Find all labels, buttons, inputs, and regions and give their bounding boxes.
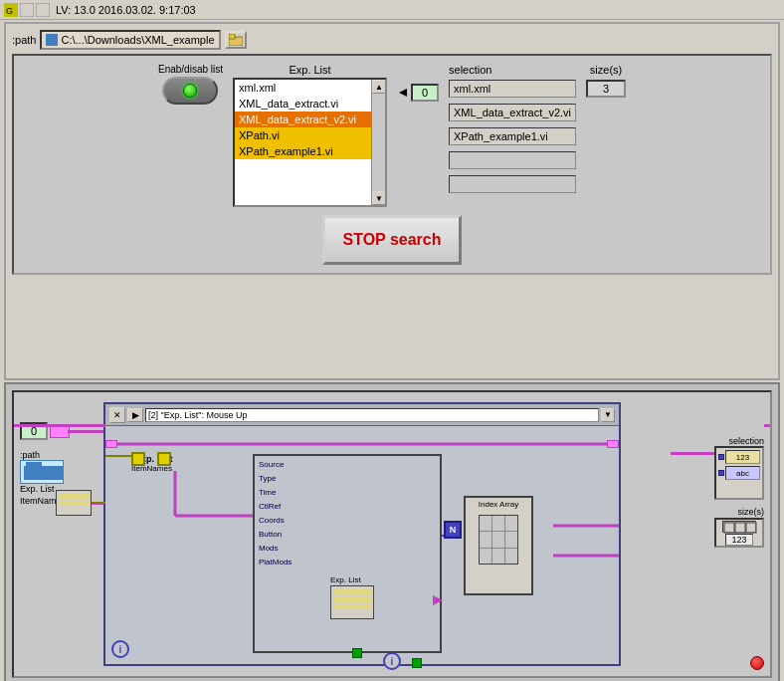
inner-exp-list-inner-label: Exp. List xyxy=(330,575,361,584)
exp-list-title: Exp. List xyxy=(285,64,334,76)
wire-index-h xyxy=(68,430,103,433)
scroll-up-btn[interactable]: ▲ xyxy=(372,80,386,94)
enab-disab-button[interactable] xyxy=(162,77,218,105)
size-inner-grid xyxy=(722,521,756,533)
list-item[interactable]: XML_data_extract_v2.vi xyxy=(235,112,385,127)
bottom-green-node xyxy=(412,658,422,668)
app-icon: G xyxy=(4,3,18,17)
path-icon-sm xyxy=(24,462,64,480)
enab-label: Enab/disab list xyxy=(158,64,223,75)
inner-diagram-area: Exp. List ItemNames Source Type Time Ctl… xyxy=(105,426,619,664)
index-input[interactable]: 0 xyxy=(411,84,439,102)
pink-arrow-right xyxy=(433,595,443,605)
inner-exp-list-box xyxy=(330,585,374,619)
svg-rect-4 xyxy=(46,34,58,46)
selection-item: XML_data_extract_v2.vi xyxy=(449,104,576,121)
enab-section: Enab/disab list xyxy=(158,64,223,105)
bottom-diagram-panel: 0 :path Exp. List ItemNames xyxy=(4,382,780,681)
size-value: 3 xyxy=(586,80,626,98)
list-item[interactable]: XPath_example1.vi xyxy=(235,143,385,159)
outer-size-label: size(s) xyxy=(738,507,765,517)
selection-empty xyxy=(449,151,576,169)
list-arrow-section: 0 xyxy=(397,84,439,102)
list-item[interactable]: XPath.vi xyxy=(235,127,385,143)
svg-rect-18 xyxy=(724,523,734,533)
wire-bus-right xyxy=(607,440,619,448)
title-bar: G LV: 13.0 2016.03.02. 9:17:03 xyxy=(0,0,784,20)
outer-selection-label: selection xyxy=(728,436,764,446)
svg-rect-6 xyxy=(229,34,235,39)
outer-pink-wire-right2 xyxy=(671,452,714,455)
size-num: 123 xyxy=(725,534,753,546)
selection-label: selection xyxy=(449,64,576,76)
lv-icon1 xyxy=(20,3,34,17)
path-label: :path xyxy=(12,34,36,46)
main-panel: :path C:\...\Downloads\XML_example Enab/… xyxy=(4,22,780,380)
index-array-label: Index Array xyxy=(466,498,531,511)
outer-exp-list-label: Exp. List xyxy=(20,484,55,494)
svg-marker-7 xyxy=(399,89,407,97)
inner-dropdown-btn[interactable]: ▼ xyxy=(601,408,615,422)
outer-olive-wire xyxy=(92,502,105,504)
size-label: size(s) xyxy=(590,64,622,76)
title-bar-icons: G xyxy=(4,3,50,17)
size-grid-icon xyxy=(723,522,757,534)
bottom-info-icon: i xyxy=(383,652,401,670)
folder-icon xyxy=(229,34,243,46)
stop-btn-label: STOP search xyxy=(342,231,441,249)
svg-rect-20 xyxy=(746,523,756,533)
outer-path-box xyxy=(20,460,64,484)
ctlref-label: CtlRef xyxy=(259,502,281,511)
inner-info-icon: i xyxy=(111,640,129,658)
outer-pink-wire-top xyxy=(14,424,105,427)
inner-toolbar: ✕ ▶ [2] "Exp. List": Mouse Up ▼ xyxy=(105,404,619,426)
top-ui-panel: Enab/disab list Exp. List xml.xml XML_da… xyxy=(12,54,772,275)
outer-size-box: 123 xyxy=(714,518,764,548)
n-node: N xyxy=(444,521,462,539)
wire-bus-left xyxy=(105,440,117,448)
index-array-box: Index Array xyxy=(464,496,533,595)
outer-selection-box: 123 abc xyxy=(714,446,764,500)
type-label: Type xyxy=(259,474,276,483)
list-item[interactable]: xml.xml xyxy=(235,80,385,96)
path-icon xyxy=(46,34,58,46)
sel-abc-box: abc xyxy=(725,466,760,480)
lv-icon2 xyxy=(36,3,50,17)
exp-list-node-yellow2 xyxy=(157,452,171,466)
inner-step-btn[interactable]: ▶ xyxy=(127,408,143,422)
svg-rect-2 xyxy=(20,3,34,17)
outer-path-label: :path xyxy=(20,450,40,460)
selection-empty xyxy=(449,175,576,193)
sel-blue-icon xyxy=(718,454,724,460)
outer-exp-list-icon xyxy=(56,490,92,516)
inner-green-node xyxy=(352,648,362,658)
led-indicator xyxy=(183,84,197,98)
list-item[interactable]: XML_data_extract.vi xyxy=(235,96,385,112)
svg-text:G: G xyxy=(6,6,13,16)
inner-diagram-panel: ✕ ▶ [2] "Exp. List": Mouse Up ▼ xyxy=(103,402,621,666)
inner-close-btn[interactable]: ✕ xyxy=(109,407,125,423)
platmods-label: PlatMods xyxy=(259,558,292,567)
exp-list-box: Exp. List xml.xml XML_data_extract.vi XM… xyxy=(233,64,387,207)
stop-indicator xyxy=(750,656,764,670)
stop-search-button[interactable]: STOP search xyxy=(322,215,462,265)
outer-pink-wire-right1 xyxy=(764,424,770,427)
svg-rect-9 xyxy=(26,462,42,470)
button-label: Button xyxy=(259,530,282,539)
path-browse-button[interactable] xyxy=(225,31,247,49)
sel-num-box: 123 xyxy=(725,450,760,464)
diagram-canvas: 0 :path Exp. List ItemNames xyxy=(12,390,772,678)
exp-list-container: Enab/disab list Exp. List xml.xml XML_da… xyxy=(22,64,762,207)
svg-rect-3 xyxy=(36,3,50,17)
event-structure: Source Type Time CtlRef Coords Button Mo… xyxy=(253,454,442,653)
exp-list-listbox[interactable]: xml.xml XML_data_extract.vi XML_data_ext… xyxy=(233,78,387,207)
sel-blue-icon2 xyxy=(718,470,724,476)
source-label: Source xyxy=(259,460,284,469)
path-section: :path C:\...\Downloads\XML_example xyxy=(12,30,772,50)
size-panel: size(s) 3 xyxy=(586,64,626,98)
mods-label: Mods xyxy=(259,544,279,553)
scroll-down-btn[interactable]: ▼ xyxy=(372,191,386,205)
left-arrow-icon xyxy=(397,87,409,99)
inner-title-display: [2] "Exp. List": Mouse Up xyxy=(145,408,599,422)
selection-panel: selection xml.xml XML_data_extract_v2.vi… xyxy=(449,64,576,195)
